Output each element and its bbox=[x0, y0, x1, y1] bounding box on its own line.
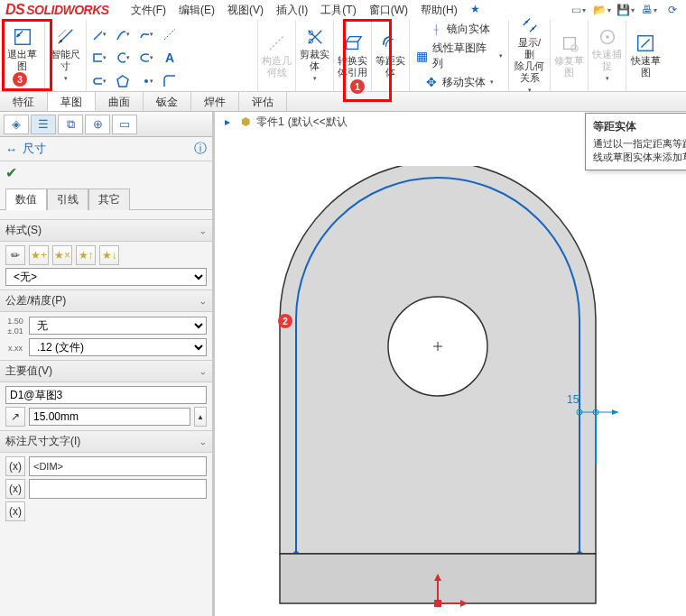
text-icon[interactable]: A bbox=[162, 51, 177, 65]
tab-feature[interactable]: 特征 bbox=[0, 92, 48, 111]
primary-value-input[interactable] bbox=[29, 408, 190, 426]
dimtext-pos3[interactable]: (x) bbox=[5, 501, 25, 521]
bc-part-icon: ⬢ bbox=[238, 115, 253, 129]
svg-point-17 bbox=[570, 44, 577, 51]
svg-point-5 bbox=[118, 53, 125, 62]
subtab-leader[interactable]: 引线 bbox=[47, 188, 88, 210]
dimension-icon: ↔ bbox=[5, 143, 17, 156]
sketch-tools-group: ▾ ▾ ▾ ▾ ▾ ▾ A ▾ ▾ bbox=[87, 20, 258, 91]
tol-type-icon: 1.50±.01 bbox=[5, 316, 25, 336]
tolerance-select[interactable]: 无 bbox=[29, 317, 207, 335]
more-icon[interactable]: ⟳ bbox=[664, 2, 681, 18]
new-icon[interactable]: ▭▾ bbox=[570, 2, 587, 18]
polygon-icon[interactable] bbox=[116, 74, 130, 88]
badge-3: 3 bbox=[13, 72, 27, 87]
lp-tab-display[interactable]: ⊕ bbox=[85, 115, 110, 134]
tab-sketch[interactable]: 草图 bbox=[48, 92, 96, 111]
lp-tab-more[interactable]: ▭ bbox=[112, 115, 137, 134]
save-icon[interactable]: 💾▾ bbox=[617, 2, 634, 18]
badge-1: 1 bbox=[350, 79, 365, 94]
repair-sketch-button[interactable]: 修复草图 bbox=[552, 32, 588, 80]
dimtext-field1[interactable]: <DIM> bbox=[29, 456, 207, 476]
help-icon[interactable]: ⓘ bbox=[194, 141, 207, 157]
lp-tab-property-manager[interactable]: ☰ bbox=[31, 115, 56, 134]
style-fav-add[interactable]: ★+ bbox=[29, 245, 49, 265]
tab-surface[interactable]: 曲面 bbox=[96, 92, 144, 111]
linear-pattern-button[interactable]: ▦线性草图阵列▾ bbox=[413, 40, 505, 72]
breadcrumb-part[interactable]: 零件1 bbox=[256, 115, 284, 130]
ok-button[interactable]: ✔ bbox=[0, 161, 212, 184]
lp-tab-config[interactable]: ⧉ bbox=[58, 115, 83, 134]
dimension-value[interactable]: 15 bbox=[567, 393, 579, 406]
svg-rect-7 bbox=[94, 78, 102, 84]
section-style[interactable]: 样式(S)⌃ bbox=[0, 219, 212, 242]
dim-icon: ↗ bbox=[5, 407, 25, 427]
svg-point-9 bbox=[144, 79, 148, 83]
move-entities-button[interactable]: ✥移动实体▾ bbox=[422, 74, 496, 91]
menu-help[interactable]: 帮助(H) bbox=[415, 1, 463, 20]
tab-weldment[interactable]: 焊件 bbox=[191, 92, 239, 111]
menu-insert[interactable]: 插入(I) bbox=[271, 1, 313, 20]
construction-geometry-button[interactable]: 构造几何线 bbox=[259, 32, 295, 80]
app-logo: DS SOLIDWORKS bbox=[5, 2, 109, 18]
menu-file[interactable]: 文件(F) bbox=[125, 1, 172, 20]
precision-icon: x.xx bbox=[5, 343, 25, 353]
point-icon[interactable]: ▾ bbox=[139, 74, 153, 88]
dimtext-pos2[interactable]: (x) bbox=[5, 479, 25, 499]
style-fav-save[interactable]: ★↑ bbox=[76, 245, 96, 265]
open-icon[interactable]: 📂▾ bbox=[594, 2, 610, 18]
dimtext-pos1[interactable]: (x) bbox=[5, 456, 25, 476]
svg-point-1 bbox=[60, 40, 62, 42]
convert-entities-button[interactable]: 转换实体引用 bbox=[335, 32, 371, 80]
smart-dimension-button[interactable]: 智能尺寸▾ bbox=[48, 25, 84, 86]
spin-up[interactable]: ▲ bbox=[194, 407, 207, 427]
tab-evaluate[interactable]: 评估 bbox=[239, 92, 287, 111]
subtab-value[interactable]: 数值 bbox=[5, 188, 47, 210]
svg-rect-13 bbox=[346, 41, 357, 49]
spline-icon[interactable]: ▾ bbox=[139, 27, 153, 41]
section-primary[interactable]: 主要值(V)⌃ bbox=[0, 360, 212, 382]
menu-edit[interactable]: 编辑(E) bbox=[173, 1, 220, 20]
quick-snap-button[interactable]: 快速捕捉▾ bbox=[589, 25, 626, 86]
menu-window[interactable]: 窗口(W) bbox=[364, 1, 413, 20]
print-icon[interactable]: 🖶▾ bbox=[641, 2, 657, 18]
ellipse-icon[interactable]: ▾ bbox=[139, 51, 153, 65]
slot-icon[interactable]: ▾ bbox=[92, 74, 107, 88]
section-tolerance[interactable]: 公差/精度(P)⌃ bbox=[0, 290, 212, 312]
svg-line-3 bbox=[164, 29, 175, 40]
svg-rect-4 bbox=[94, 54, 102, 61]
menu-tools[interactable]: 工具(T) bbox=[315, 1, 361, 20]
quick-sketch-button[interactable]: 快速草图 bbox=[627, 32, 663, 80]
primary-name-input[interactable] bbox=[5, 386, 207, 404]
dimtext-field2[interactable] bbox=[29, 479, 207, 499]
line-icon[interactable]: ▾ bbox=[92, 27, 107, 41]
svg-rect-16 bbox=[563, 37, 575, 49]
section-dimtext[interactable]: 标注尺寸文字(I)⌃ bbox=[0, 430, 212, 453]
bc-expand-icon[interactable]: ▸ bbox=[220, 115, 235, 129]
fillet-icon[interactable] bbox=[162, 74, 177, 88]
trim-entities-button[interactable]: 剪裁实体▾ bbox=[297, 25, 333, 86]
rect-icon[interactable]: ▾ bbox=[92, 51, 107, 65]
svg-line-2 bbox=[94, 29, 102, 40]
style-fav-del[interactable]: ★× bbox=[52, 245, 72, 265]
show-delete-relations-button[interactable]: 显示/删除几何关系▾ bbox=[512, 14, 548, 97]
arc-icon[interactable]: ▾ bbox=[116, 27, 130, 41]
mirror-entities-button[interactable]: ⟊镜向实体 bbox=[427, 21, 492, 38]
svg-marker-8 bbox=[117, 76, 128, 87]
style-select[interactable]: <无> bbox=[5, 268, 207, 286]
circle-icon[interactable]: ▾ bbox=[116, 51, 130, 65]
tab-sheetmetal[interactable]: 钣金 bbox=[144, 92, 191, 111]
svg-rect-37 bbox=[434, 600, 441, 607]
style-fav-load[interactable]: ★↓ bbox=[99, 245, 119, 265]
svg-marker-32 bbox=[612, 409, 618, 415]
offset-entities-button[interactable]: 等距实体 bbox=[373, 32, 409, 80]
construction-icon[interactable] bbox=[162, 27, 177, 41]
style-btn1[interactable]: ✏ bbox=[5, 245, 25, 265]
menu-star[interactable]: ★ bbox=[465, 1, 486, 20]
offset-tooltip: 等距实体 通过以一指定距离等距面、边线、曲线或草图实体来添加草图实体。 bbox=[585, 113, 686, 170]
lp-tab-feature-tree[interactable]: ◈ bbox=[4, 115, 29, 134]
svg-point-6 bbox=[141, 54, 149, 61]
subtab-other[interactable]: 其它 bbox=[88, 188, 130, 210]
precision-select[interactable]: .12 (文件) bbox=[29, 338, 207, 356]
menu-view[interactable]: 视图(V) bbox=[222, 1, 269, 20]
